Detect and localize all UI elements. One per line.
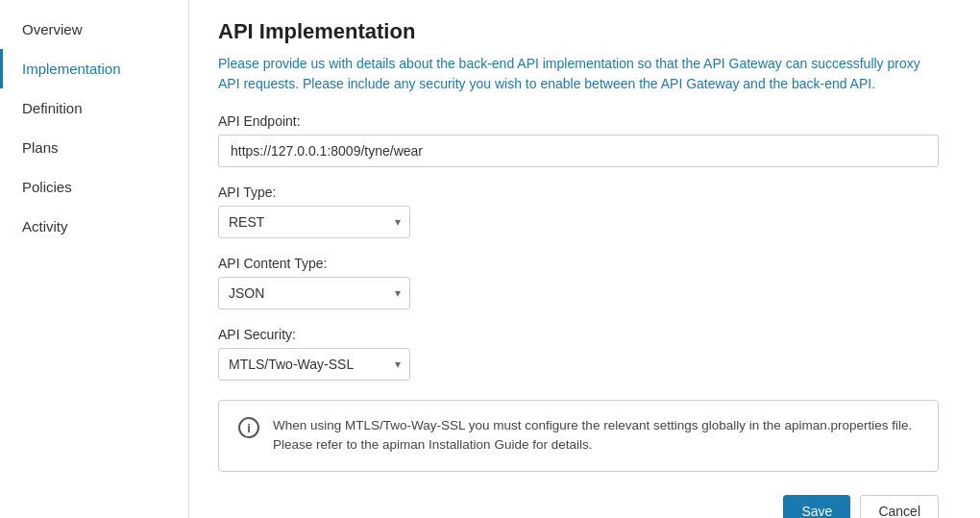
- content-type-group: API Content Type: JSON XML Default ▾: [218, 256, 951, 309]
- button-row: Save Cancel: [218, 495, 939, 519]
- endpoint-label: API Endpoint:: [218, 113, 951, 129]
- main-content: API Implementation Please provide us wit…: [189, 0, 980, 518]
- api-type-group: API Type: REST SOAP GraphQL ▾: [218, 185, 951, 238]
- sidebar-item-implementation[interactable]: Implementation: [0, 49, 188, 88]
- api-type-select[interactable]: REST SOAP GraphQL: [218, 206, 410, 238]
- info-icon: i: [238, 417, 259, 438]
- sidebar-item-definition[interactable]: Definition: [0, 88, 188, 128]
- page-description: Please provide us with details about the…: [218, 54, 939, 94]
- page-title: API Implementation: [218, 19, 951, 44]
- sidebar-item-activity[interactable]: Activity: [0, 207, 188, 246]
- content-type-select[interactable]: JSON XML Default: [218, 277, 410, 309]
- security-select[interactable]: MTLS/Two-Way-SSL None Basic Auth: [218, 348, 410, 381]
- endpoint-group: API Endpoint:: [218, 113, 951, 167]
- content-type-select-wrapper: JSON XML Default ▾: [218, 277, 410, 309]
- save-button[interactable]: Save: [783, 495, 850, 519]
- sidebar: Overview Implementation Definition Plans…: [0, 0, 189, 518]
- content-type-label: API Content Type:: [218, 256, 951, 271]
- security-group: API Security: MTLS/Two-Way-SSL None Basi…: [218, 327, 951, 381]
- info-text: When using MTLS/Two-Way-SSL you must con…: [273, 416, 919, 456]
- api-type-select-wrapper: REST SOAP GraphQL ▾: [218, 206, 410, 238]
- info-box: i When using MTLS/Two-Way-SSL you must c…: [218, 400, 939, 472]
- sidebar-item-overview[interactable]: Overview: [0, 10, 188, 49]
- sidebar-item-plans[interactable]: Plans: [0, 128, 188, 167]
- endpoint-input[interactable]: [218, 135, 939, 167]
- sidebar-item-policies[interactable]: Policies: [0, 167, 188, 207]
- security-label: API Security:: [218, 327, 951, 342]
- api-type-label: API Type:: [218, 185, 951, 200]
- security-select-wrapper: MTLS/Two-Way-SSL None Basic Auth ▾: [218, 348, 410, 381]
- cancel-button[interactable]: Cancel: [860, 495, 939, 519]
